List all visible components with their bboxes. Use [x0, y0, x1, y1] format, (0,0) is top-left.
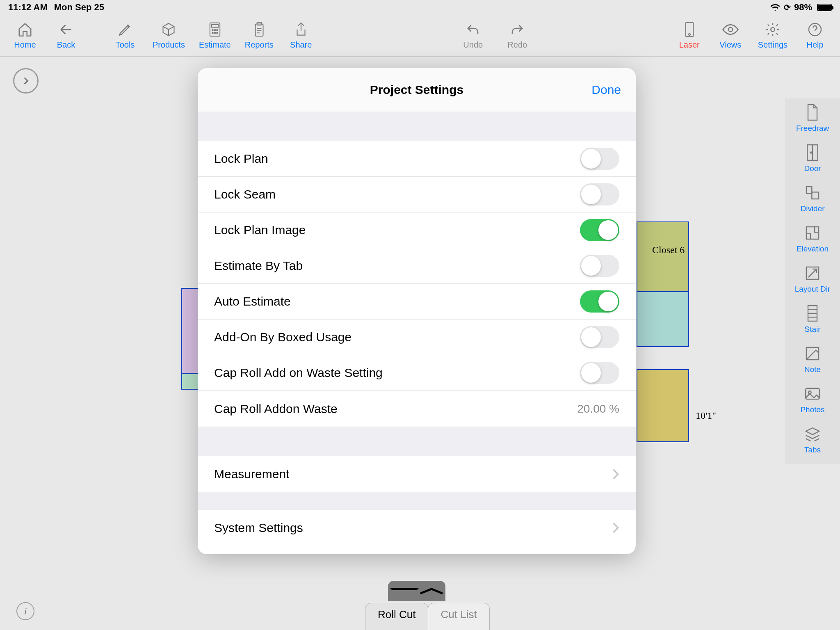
door-label: Door — [804, 164, 821, 173]
svg-point-4 — [217, 30, 218, 31]
page-icon — [803, 103, 822, 121]
lock-plan-image-toggle[interactable] — [580, 219, 619, 241]
svg-rect-8 — [255, 24, 263, 36]
lock-seam-label: Lock Seam — [214, 187, 276, 201]
question-icon — [807, 21, 823, 38]
plan-fragment — [637, 291, 689, 347]
note-tool[interactable]: Note — [803, 345, 822, 374]
row-cap-roll-waste[interactable]: Cap Roll Addon Waste 20.00 % — [198, 391, 636, 427]
back-label: Back — [57, 40, 75, 50]
tabs-tool[interactable]: Tabs — [803, 425, 822, 454]
auto-estimate-label: Auto Estimate — [214, 294, 291, 308]
device-icon — [681, 21, 698, 38]
svg-point-2 — [212, 30, 213, 31]
tab-rollcut[interactable]: Roll Cut — [365, 603, 428, 630]
settings-button[interactable]: Settings — [758, 21, 788, 50]
eye-icon — [722, 21, 739, 38]
wifi-icon — [770, 3, 781, 11]
row-estimate-by-tab: Estimate By Tab — [198, 248, 636, 284]
cap-roll-waste-setting-label: Cap Roll Add on Waste Setting — [214, 366, 383, 380]
svg-point-11 — [689, 34, 690, 35]
share-label: Share — [290, 40, 312, 50]
project-settings-modal: Project Settings Done Lock Plan Lock Sea… — [198, 68, 636, 554]
undo-button[interactable]: Undo — [459, 21, 486, 50]
bottom-tabs: Roll Cut Cut List — [365, 603, 489, 630]
laser-label: Laser — [679, 40, 700, 50]
addon-boxed-toggle[interactable] — [580, 326, 619, 348]
svg-rect-17 — [806, 187, 812, 194]
svg-point-6 — [214, 32, 215, 34]
battery-pct: 98% — [794, 2, 812, 13]
done-button[interactable]: Done — [591, 83, 621, 97]
tools-button[interactable]: Tools — [112, 21, 139, 50]
svg-point-13 — [771, 27, 775, 32]
gear-icon — [765, 21, 781, 38]
help-label: Help — [806, 40, 823, 50]
status-bar: 11:12 AM Mon Sep 25 ⟳ 98% — [0, 0, 840, 15]
views-button[interactable]: Views — [717, 21, 744, 50]
lock-plan-image-label: Lock Plan Image — [214, 223, 306, 237]
estimate-button[interactable]: Estimate — [199, 21, 231, 50]
svg-rect-1 — [212, 25, 218, 27]
cap-roll-waste-setting-toggle[interactable] — [580, 362, 619, 384]
layoutdir-tool[interactable]: Layout Dir — [795, 264, 831, 294]
share-icon — [293, 21, 309, 38]
tab-cutlist[interactable]: Cut List — [428, 603, 489, 630]
expand-panel-button[interactable] — [13, 68, 39, 94]
divider-icon — [803, 184, 822, 202]
clipboard-icon — [251, 21, 267, 38]
freedraw-tool[interactable]: Freedraw — [796, 103, 829, 133]
toolbar: Home Back Tools Products Estimate Report… — [0, 15, 840, 57]
door-tool[interactable]: Door — [803, 144, 822, 173]
photos-tool[interactable]: Photos — [800, 385, 824, 414]
settings-label: Settings — [758, 40, 788, 50]
modal-title: Project Settings — [370, 83, 463, 97]
help-button[interactable]: Help — [801, 21, 829, 50]
estimate-label: Estimate — [199, 40, 231, 50]
house-icon — [17, 21, 33, 38]
status-time: 11:12 AM — [8, 2, 48, 13]
row-system-settings[interactable]: System Settings — [198, 510, 636, 546]
note-label: Note — [804, 365, 821, 374]
layoutdir-icon — [803, 264, 822, 282]
divider-tool[interactable]: Divider — [800, 184, 824, 213]
row-lock-plan-image: Lock Plan Image — [198, 212, 636, 248]
svg-rect-19 — [806, 227, 819, 239]
share-button[interactable]: Share — [288, 21, 315, 50]
svg-point-16 — [810, 152, 812, 153]
drawer-handle[interactable] — [388, 581, 445, 601]
views-label: Views — [719, 40, 741, 50]
note-icon — [803, 345, 822, 363]
products-button[interactable]: Products — [153, 21, 185, 50]
redo-label: Redo — [507, 40, 527, 50]
room-label: Closet 6 — [652, 244, 685, 256]
estimate-by-tab-toggle[interactable] — [580, 255, 619, 277]
row-measurement[interactable]: Measurement — [198, 456, 636, 492]
tabs-label: Tabs — [804, 445, 821, 454]
products-label: Products — [153, 40, 185, 50]
laser-button[interactable]: Laser — [676, 21, 703, 50]
box-icon — [160, 21, 177, 38]
auto-estimate-toggle[interactable] — [580, 290, 619, 313]
measurement-label: Measurement — [214, 467, 289, 481]
redo-icon — [509, 21, 525, 38]
reports-button[interactable]: Reports — [245, 21, 274, 50]
redo-button[interactable]: Redo — [504, 21, 531, 50]
arrow-left-icon — [58, 21, 74, 38]
stair-tool[interactable]: Stair — [803, 304, 822, 334]
row-lock-plan: Lock Plan — [198, 141, 636, 177]
home-button[interactable]: Home — [11, 21, 39, 50]
lock-plan-toggle[interactable] — [580, 148, 619, 170]
tools-label: Tools — [116, 40, 135, 50]
reports-label: Reports — [245, 40, 274, 50]
elevation-label: Elevation — [797, 244, 829, 253]
row-cap-roll-waste-setting: Cap Roll Add on Waste Setting — [198, 355, 636, 391]
info-button[interactable]: i — [16, 602, 34, 620]
undo-icon — [465, 21, 481, 38]
calculator-icon — [207, 21, 223, 38]
estimate-by-tab-label: Estimate By Tab — [214, 259, 303, 273]
elevation-tool[interactable]: Elevation — [797, 224, 829, 253]
back-button[interactable]: Back — [52, 21, 80, 50]
lock-seam-toggle[interactable] — [580, 183, 619, 205]
row-auto-estimate: Auto Estimate — [198, 284, 636, 320]
